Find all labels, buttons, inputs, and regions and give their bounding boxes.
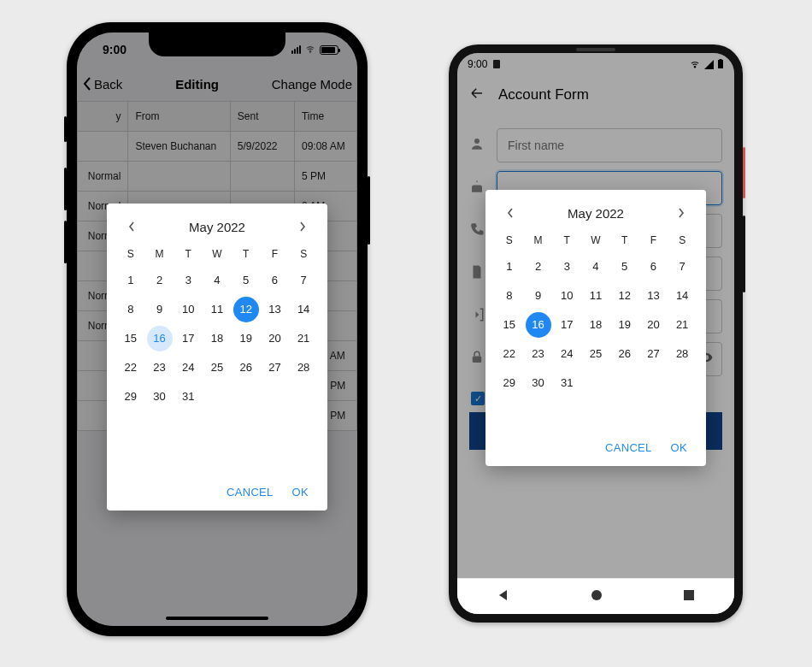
calendar-day-of-week: S (290, 243, 317, 265)
calendar-day-of-week: S (496, 229, 523, 251)
calendar-day[interactable]: 27 (262, 355, 287, 381)
android-nav-bar (457, 578, 734, 614)
iphone-frame: 9:00 Back Editing Change Mode y From Sen… (67, 22, 368, 636)
ok-button[interactable]: OK (292, 486, 309, 499)
calendar-day[interactable]: 14 (669, 283, 695, 309)
square-icon (683, 589, 695, 601)
prev-month-button[interactable] (122, 217, 141, 236)
calendar-day[interactable]: 30 (147, 384, 173, 410)
calendar-day[interactable]: 15 (118, 326, 144, 351)
home-indicator[interactable] (166, 617, 268, 620)
calendar-day[interactable]: 29 (497, 370, 522, 396)
date-picker: May 2022 SMTWTFS123456789101112131415161… (107, 204, 327, 511)
calendar-day[interactable]: 6 (640, 254, 666, 280)
calendar-day[interactable]: 25 (204, 355, 230, 381)
calendar-day[interactable]: 23 (147, 355, 173, 381)
calendar-day[interactable]: 20 (640, 312, 666, 338)
calendar-day-of-week: T (611, 229, 638, 251)
calendar-day[interactable]: 3 (175, 268, 201, 293)
calendar-day[interactable]: 12 (233, 297, 259, 322)
calendar-day[interactable]: 26 (233, 355, 259, 381)
calendar-day[interactable]: 17 (175, 326, 201, 351)
calendar-day-of-week: M (146, 243, 174, 265)
calendar-day[interactable]: 19 (233, 326, 259, 351)
calendar-day[interactable]: 8 (497, 283, 522, 309)
calendar-day[interactable]: 9 (147, 297, 173, 322)
calendar-day[interactable]: 1 (118, 268, 144, 293)
calendar-day-of-week: T (553, 229, 580, 251)
calendar-day[interactable]: 5 (612, 254, 638, 280)
circle-icon (590, 588, 603, 602)
nav-back-button[interactable] (497, 588, 510, 605)
calendar-day[interactable]: 1 (497, 254, 522, 280)
calendar-day[interactable]: 8 (118, 297, 144, 322)
calendar-day[interactable]: 19 (612, 312, 638, 338)
svg-rect-8 (684, 590, 694, 600)
calendar-month-label[interactable]: May 2022 (568, 206, 624, 221)
calendar-day-of-week: F (262, 243, 289, 265)
calendar-day[interactable]: 6 (262, 268, 287, 293)
chevron-right-icon (677, 207, 685, 219)
calendar-day[interactable]: 18 (204, 326, 230, 351)
calendar-day[interactable]: 25 (583, 341, 609, 367)
triangle-left-icon (497, 588, 510, 602)
calendar-day[interactable]: 22 (497, 341, 522, 367)
calendar-day-of-week: S (668, 229, 696, 251)
date-picker: May 2022 SMTWTFS123456789101112131415161… (485, 190, 706, 466)
calendar-day[interactable]: 26 (612, 341, 638, 367)
calendar-day[interactable]: 3 (554, 254, 580, 280)
calendar-day[interactable]: 28 (669, 341, 695, 367)
calendar-day[interactable]: 12 (612, 283, 638, 309)
calendar-day-of-week: M (525, 229, 552, 251)
calendar-day[interactable]: 31 (175, 384, 201, 410)
calendar-day[interactable]: 16 (526, 312, 551, 338)
calendar-day[interactable]: 13 (640, 283, 666, 309)
calendar-day[interactable]: 22 (118, 355, 144, 381)
chevron-right-icon (298, 221, 307, 233)
calendar-day[interactable]: 29 (118, 384, 144, 410)
calendar-day[interactable]: 24 (175, 355, 201, 381)
cancel-button[interactable]: CANCEL (605, 441, 652, 454)
calendar-day[interactable]: 13 (262, 297, 287, 322)
android-frame: 9:00 Account Form (449, 44, 743, 623)
calendar-day[interactable]: 2 (147, 268, 173, 293)
calendar-day-of-week: S (117, 243, 144, 265)
chevron-left-icon (506, 207, 515, 219)
calendar-day[interactable]: 23 (526, 341, 551, 367)
calendar-day[interactable]: 17 (554, 312, 580, 338)
calendar-day[interactable]: 21 (291, 326, 316, 351)
calendar-month-label[interactable]: May 2022 (189, 220, 245, 234)
calendar-day[interactable]: 4 (204, 268, 230, 293)
calendar-day[interactable]: 15 (497, 312, 522, 338)
calendar-day[interactable]: 7 (291, 268, 316, 293)
calendar-day[interactable]: 24 (554, 341, 580, 367)
calendar-day[interactable]: 31 (554, 370, 580, 396)
calendar-day[interactable]: 14 (291, 297, 316, 322)
calendar-day[interactable]: 10 (175, 297, 201, 322)
calendar-day[interactable]: 10 (554, 283, 580, 309)
calendar-day[interactable]: 5 (233, 268, 259, 293)
chevron-left-icon (127, 221, 136, 233)
calendar-day[interactable]: 30 (526, 370, 551, 396)
calendar-day[interactable]: 2 (526, 254, 551, 280)
cancel-button[interactable]: CANCEL (227, 486, 274, 499)
next-month-button[interactable] (293, 217, 312, 236)
calendar-day[interactable]: 4 (583, 254, 609, 280)
calendar-day[interactable]: 9 (526, 283, 551, 309)
calendar-day[interactable]: 21 (669, 312, 695, 338)
calendar-day[interactable]: 11 (583, 283, 609, 309)
calendar-day[interactable]: 27 (640, 341, 666, 367)
android-screen: 9:00 Account Form (457, 53, 734, 614)
calendar-day[interactable]: 16 (147, 326, 173, 351)
next-month-button[interactable] (672, 204, 691, 222)
calendar-day[interactable]: 7 (669, 254, 695, 280)
nav-home-button[interactable] (590, 588, 603, 605)
prev-month-button[interactable] (501, 204, 520, 222)
iphone-notch (149, 32, 285, 56)
calendar-day[interactable]: 20 (262, 326, 287, 351)
calendar-day[interactable]: 28 (291, 355, 316, 381)
ok-button[interactable]: OK (671, 441, 687, 454)
calendar-day[interactable]: 18 (583, 312, 609, 338)
calendar-day[interactable]: 11 (204, 297, 230, 322)
nav-recent-button[interactable] (683, 589, 695, 605)
